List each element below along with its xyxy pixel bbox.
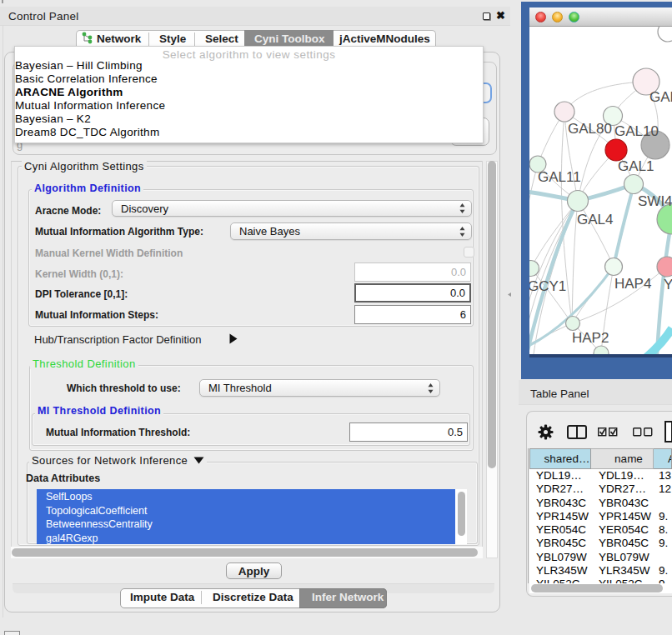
svg-text:GCY1: GCY1 <box>529 278 566 294</box>
svg-text:GAL10: GAL10 <box>614 123 659 139</box>
svg-text:SWI4: SWI4 <box>638 193 672 209</box>
svg-text:HAP2: HAP2 <box>572 330 609 346</box>
svg-text:GAL80: GAL80 <box>568 121 612 137</box>
svg-text:GAL4: GAL4 <box>577 212 613 228</box>
svg-text:Y: Y <box>664 277 672 292</box>
svg-text:GAL11: GAL11 <box>538 169 581 185</box>
svg-text:GAL2: GAL2 <box>649 89 672 105</box>
svg-text:HAP4: HAP4 <box>614 276 651 292</box>
svg-text:GAL1: GAL1 <box>618 158 654 174</box>
